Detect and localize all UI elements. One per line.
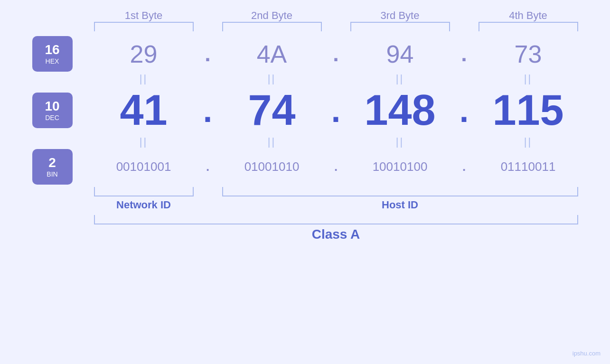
bin-values: 00101001 . 01001010 . 10010100 . 0111001… [94,159,578,174]
hex-row: 16 HEX 29 . 4A . 94 . 73 [19,36,591,72]
sep-3: || [350,73,450,85]
hex-badge: 16 HEX [32,36,73,72]
dec-base-name: DEC [45,114,59,121]
byte-label-4: 4th Byte [479,9,578,22]
sep-2: || [222,73,322,85]
hex-val-4: 73 [479,40,578,68]
bottom-bracket-host [222,187,578,196]
hex-dot-1: . [194,42,222,66]
top-bracket-4 [479,22,578,31]
bin-val-4: 01110011 [479,159,578,174]
class-bracket-row [19,215,591,224]
sep-b2: || [222,136,322,148]
class-label: Class A [94,227,578,242]
class-label-row: Class A [19,227,591,242]
byte-label-3: 3rd Byte [350,9,450,22]
bin-dot-3: . [450,159,479,174]
bin-dot-2: . [322,159,350,174]
byte-labels-row: 1st Byte 2nd Byte 3rd Byte 4th Byte [19,9,591,22]
sep-dec-bin: || || || || [19,135,591,149]
byte-label-2: 2nd Byte [222,9,322,22]
sep-b1: || [94,136,194,148]
hex-values: 29 . 4A . 94 . 73 [94,40,578,68]
top-bracket-row [19,22,591,31]
host-id-label: Host ID [222,199,578,211]
bin-row: 2 BIN 00101001 . 01001010 . 10010100 . 0… [19,149,591,185]
dec-badge: 10 DEC [32,93,73,128]
sep-hex-dec: || || || || [19,72,591,86]
hex-dot-3: . [450,42,479,66]
hex-dot-2: . [322,42,350,66]
dec-val-1: 41 [94,86,194,135]
dec-base-number: 10 [45,100,59,113]
sep-4: || [479,73,578,85]
dec-val-2: 74 [222,86,322,135]
hex-base-number: 16 [45,43,59,56]
network-id-label: Network ID [94,199,194,211]
dec-row: 10 DEC 41 . 74 . 148 . 115 [19,86,591,135]
dec-val-4: 115 [479,86,578,135]
watermark: ipshu.com [572,350,601,357]
id-labels-row: Network ID Host ID [19,199,591,211]
hex-val-3: 94 [350,40,450,68]
top-bracket-2 [222,22,322,31]
dec-dot-1: . [194,92,222,130]
sep-b3: || [350,136,450,148]
main-container: 1st Byte 2nd Byte 3rd Byte 4th Byte 16 H… [0,0,610,364]
sep-1: || [94,73,194,85]
bin-val-1: 00101001 [94,159,194,174]
bottom-bracket-row [19,187,591,196]
top-bracket-3 [350,22,450,31]
bin-badge: 2 BIN [32,149,73,185]
class-bracket [94,215,578,224]
bin-base-name: BIN [47,170,57,178]
hex-val-1: 29 [94,40,194,68]
dec-val-3: 148 [350,86,450,135]
bin-val-2: 01001010 [222,159,322,174]
hex-val-2: 4A [222,40,322,68]
sep-b4: || [479,136,578,148]
bin-dot-1: . [194,159,222,174]
bin-val-3: 10010100 [350,159,450,174]
bottom-bracket-net [94,187,194,196]
hex-base-name: HEX [46,57,59,65]
top-bracket-1 [94,22,194,31]
dec-dot-3: . [450,92,479,130]
dec-values: 41 . 74 . 148 . 115 [94,86,578,135]
dec-dot-2: . [322,92,350,130]
bin-base-number: 2 [48,156,56,169]
byte-label-1: 1st Byte [94,9,194,22]
